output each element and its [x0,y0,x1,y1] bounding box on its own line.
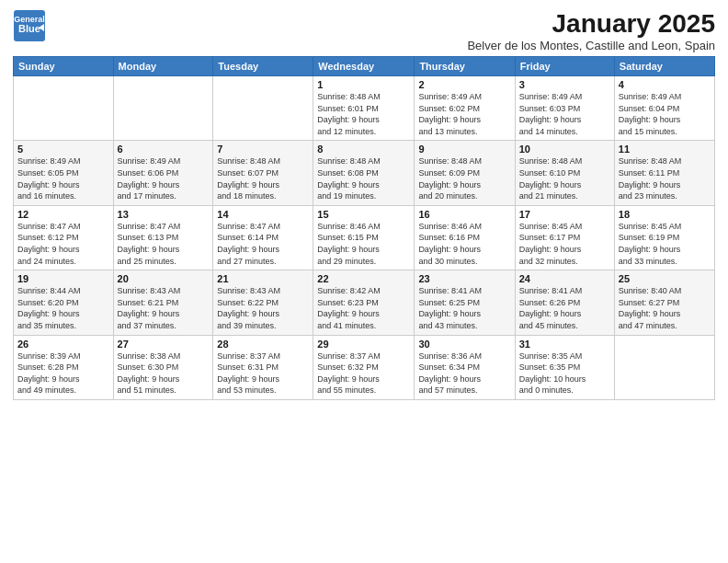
day-info: Sunrise: 8:39 AM Sunset: 6:28 PM Dayligh… [17,350,109,396]
day-info: Sunrise: 8:48 AM Sunset: 6:01 PM Dayligh… [317,91,410,137]
day-info: Sunrise: 8:49 AM Sunset: 6:04 PM Dayligh… [619,91,711,137]
col-tuesday: Tuesday [213,57,313,76]
table-row: 19Sunrise: 8:44 AM Sunset: 6:20 PM Dayli… [14,270,114,335]
calendar-week-row: 5Sunrise: 8:49 AM Sunset: 6:05 PM Daylig… [14,141,715,205]
day-info: Sunrise: 8:49 AM Sunset: 6:03 PM Dayligh… [519,91,610,137]
table-row: 10Sunrise: 8:48 AM Sunset: 6:10 PM Dayli… [515,141,614,205]
day-number: 19 [17,273,109,284]
day-number: 27 [118,339,210,350]
day-info: Sunrise: 8:47 AM Sunset: 6:14 PM Dayligh… [217,221,309,267]
location-subtitle: Belver de los Montes, Castille and Leon,… [467,39,715,52]
day-info: Sunrise: 8:46 AM Sunset: 6:16 PM Dayligh… [418,221,510,267]
day-number: 12 [17,209,109,220]
table-row: 4Sunrise: 8:49 AM Sunset: 6:04 PM Daylig… [614,76,714,141]
day-number: 15 [317,209,410,220]
table-row: 18Sunrise: 8:45 AM Sunset: 6:19 PM Dayli… [614,205,714,270]
table-row: 5Sunrise: 8:49 AM Sunset: 6:05 PM Daylig… [14,141,114,205]
day-number: 11 [619,144,711,155]
table-row: 21Sunrise: 8:43 AM Sunset: 6:22 PM Dayli… [213,270,313,335]
calendar-table: Sunday Monday Tuesday Wednesday Thursday… [13,56,715,400]
table-row: 24Sunrise: 8:41 AM Sunset: 6:26 PM Dayli… [515,270,614,335]
day-info: Sunrise: 8:47 AM Sunset: 6:13 PM Dayligh… [118,221,210,267]
table-row: 16Sunrise: 8:46 AM Sunset: 6:16 PM Dayli… [415,205,515,270]
day-info: Sunrise: 8:42 AM Sunset: 6:23 PM Dayligh… [317,285,410,331]
day-number: 8 [317,144,410,155]
table-row [614,335,714,399]
table-row: 30Sunrise: 8:36 AM Sunset: 6:34 PM Dayli… [415,335,515,399]
table-row: 25Sunrise: 8:40 AM Sunset: 6:27 PM Dayli… [614,270,714,335]
day-info: Sunrise: 8:45 AM Sunset: 6:17 PM Dayligh… [519,221,610,267]
col-thursday: Thursday [415,57,515,76]
day-number: 9 [418,144,510,155]
day-info: Sunrise: 8:41 AM Sunset: 6:25 PM Dayligh… [418,285,510,331]
day-info: Sunrise: 8:40 AM Sunset: 6:27 PM Dayligh… [619,285,711,331]
day-number: 7 [217,144,309,155]
day-info: Sunrise: 8:36 AM Sunset: 6:34 PM Dayligh… [418,350,510,396]
day-number: 23 [418,273,510,284]
day-info: Sunrise: 8:49 AM Sunset: 6:02 PM Dayligh… [418,91,510,137]
col-friday: Friday [515,57,614,76]
day-info: Sunrise: 8:45 AM Sunset: 6:19 PM Dayligh… [619,221,711,267]
day-info: Sunrise: 8:43 AM Sunset: 6:21 PM Dayligh… [118,285,210,331]
day-number: 21 [217,273,309,284]
table-row: 8Sunrise: 8:48 AM Sunset: 6:08 PM Daylig… [313,141,415,205]
table-row: 22Sunrise: 8:42 AM Sunset: 6:23 PM Dayli… [313,270,415,335]
day-number: 29 [317,339,410,350]
day-info: Sunrise: 8:48 AM Sunset: 6:09 PM Dayligh… [418,155,510,201]
table-row: 1Sunrise: 8:48 AM Sunset: 6:01 PM Daylig… [313,76,415,141]
month-title: January 2025 [467,9,715,39]
day-number: 6 [118,144,210,155]
day-number: 26 [17,339,109,350]
day-number: 5 [17,144,109,155]
day-info: Sunrise: 8:49 AM Sunset: 6:06 PM Dayligh… [118,155,210,201]
table-row: 2Sunrise: 8:49 AM Sunset: 6:02 PM Daylig… [415,76,515,141]
col-saturday: Saturday [614,57,714,76]
table-row [213,76,313,141]
table-row: 17Sunrise: 8:45 AM Sunset: 6:17 PM Dayli… [515,205,614,270]
col-wednesday: Wednesday [313,57,415,76]
table-row: 6Sunrise: 8:49 AM Sunset: 6:06 PM Daylig… [113,141,213,205]
day-info: Sunrise: 8:43 AM Sunset: 6:22 PM Dayligh… [217,285,309,331]
day-number: 17 [519,209,610,220]
table-row: 12Sunrise: 8:47 AM Sunset: 6:12 PM Dayli… [14,205,114,270]
calendar-header-row: Sunday Monday Tuesday Wednesday Thursday… [14,57,715,76]
table-row: 29Sunrise: 8:37 AM Sunset: 6:32 PM Dayli… [313,335,415,399]
calendar-week-row: 26Sunrise: 8:39 AM Sunset: 6:28 PM Dayli… [14,335,715,399]
logo: General Blue [13,9,46,42]
calendar-week-row: 1Sunrise: 8:48 AM Sunset: 6:01 PM Daylig… [14,76,715,141]
day-number: 16 [418,209,510,220]
col-sunday: Sunday [14,57,114,76]
day-number: 28 [217,339,309,350]
table-row: 3Sunrise: 8:49 AM Sunset: 6:03 PM Daylig… [515,76,614,141]
logo-icon: General Blue [13,9,46,42]
day-info: Sunrise: 8:37 AM Sunset: 6:31 PM Dayligh… [217,350,309,396]
day-info: Sunrise: 8:48 AM Sunset: 6:08 PM Dayligh… [317,155,410,201]
table-row: 14Sunrise: 8:47 AM Sunset: 6:14 PM Dayli… [213,205,313,270]
day-info: Sunrise: 8:48 AM Sunset: 6:10 PM Dayligh… [519,155,610,201]
table-row: 28Sunrise: 8:37 AM Sunset: 6:31 PM Dayli… [213,335,313,399]
table-row: 20Sunrise: 8:43 AM Sunset: 6:21 PM Dayli… [113,270,213,335]
table-row [113,76,213,141]
day-info: Sunrise: 8:48 AM Sunset: 6:11 PM Dayligh… [619,155,711,201]
table-row: 11Sunrise: 8:48 AM Sunset: 6:11 PM Dayli… [614,141,714,205]
day-number: 10 [519,144,610,155]
day-info: Sunrise: 8:48 AM Sunset: 6:07 PM Dayligh… [217,155,309,201]
day-number: 25 [619,273,711,284]
day-number: 14 [217,209,309,220]
calendar-week-row: 19Sunrise: 8:44 AM Sunset: 6:20 PM Dayli… [14,270,715,335]
day-number: 3 [519,79,610,90]
day-number: 20 [118,273,210,284]
day-info: Sunrise: 8:47 AM Sunset: 6:12 PM Dayligh… [17,221,109,267]
table-row: 23Sunrise: 8:41 AM Sunset: 6:25 PM Dayli… [415,270,515,335]
day-number: 31 [519,339,610,350]
day-number: 24 [519,273,610,284]
table-row: 31Sunrise: 8:35 AM Sunset: 6:35 PM Dayli… [515,335,614,399]
calendar-week-row: 12Sunrise: 8:47 AM Sunset: 6:12 PM Dayli… [14,205,715,270]
table-row: 9Sunrise: 8:48 AM Sunset: 6:09 PM Daylig… [415,141,515,205]
day-info: Sunrise: 8:35 AM Sunset: 6:35 PM Dayligh… [519,350,610,396]
col-monday: Monday [113,57,213,76]
day-info: Sunrise: 8:41 AM Sunset: 6:26 PM Dayligh… [519,285,610,331]
day-info: Sunrise: 8:38 AM Sunset: 6:30 PM Dayligh… [118,350,210,396]
day-info: Sunrise: 8:49 AM Sunset: 6:05 PM Dayligh… [17,155,109,201]
day-number: 2 [418,79,510,90]
